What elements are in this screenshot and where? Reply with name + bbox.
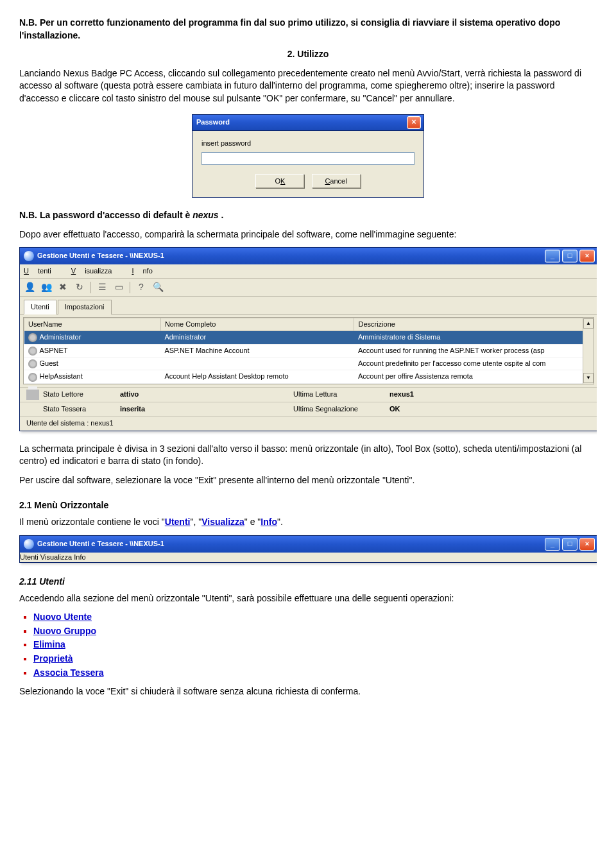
card-icon[interactable]: ▭ <box>113 282 124 293</box>
user-icon <box>28 333 37 342</box>
refresh-icon[interactable]: ↻ <box>74 282 85 293</box>
app-icon <box>24 251 34 261</box>
main-titlebar[interactable]: Gestione Utenti e Tessere - \\NEXUS-1 _ … <box>20 248 597 264</box>
scroll-down-icon[interactable]: ▼ <box>583 373 594 383</box>
section-2-11-heading: 2.11 Utenti <box>19 576 597 589</box>
dialog-title: Password <box>196 117 230 127</box>
menu-visualizza[interactable]: Visualizza <box>71 267 121 275</box>
link-info[interactable]: Info <box>261 517 277 527</box>
link-nuovo-gruppo[interactable]: Nuovo Gruppo <box>33 626 96 636</box>
help-icon[interactable]: ? <box>135 282 147 293</box>
operations-list: Nuovo Utente Nuovo Gruppo Elimina Propri… <box>19 611 597 679</box>
link-proprieta[interactable]: Proprietà <box>33 653 73 664</box>
note-restart: N.B. Per un corretto funzionamento del p… <box>19 17 597 42</box>
list-item: Proprietà <box>33 653 597 666</box>
table-row[interactable]: HelpAssistant Account Help Assistant Des… <box>24 370 594 383</box>
cancel-button[interactable]: Cancel <box>312 174 361 188</box>
link-elimina[interactable]: Elimina <box>33 639 65 649</box>
note-default-password: N.B. La password d'accesso di default è … <box>19 209 597 222</box>
list-item: Nuovo Gruppo <box>33 625 597 638</box>
link-visualizza[interactable]: Visualizza <box>201 517 244 527</box>
value-stato-tessera: inserita <box>120 404 216 414</box>
ok-button[interactable]: OK <box>255 174 304 188</box>
paragraph-exit-confirm: Selezionando la voce "Exit" si chiuderà … <box>19 685 597 698</box>
statusbar: Utente del sistema : nexus1 <box>20 416 597 430</box>
value-stato-lettore: attivo <box>120 390 216 400</box>
minimize-icon[interactable]: _ <box>545 250 560 262</box>
close-icon[interactable]: × <box>579 250 595 262</box>
menu-info[interactable]: Info <box>132 267 161 275</box>
maximize-icon[interactable]: □ <box>562 538 578 551</box>
maximize-icon[interactable]: □ <box>562 250 578 262</box>
close-icon[interactable]: × <box>579 538 595 551</box>
paragraph-menu: Il menù orizzontale contiene le voci "Ut… <box>19 516 597 529</box>
toolbar: 👤 👥 ✖ ↻ ☰ ▭ ? 🔍 <box>20 279 597 296</box>
minimize-icon[interactable]: _ <box>545 538 560 551</box>
link-associa-tessera[interactable]: Associa Tessera <box>33 667 103 678</box>
list-item: Associa Tessera <box>33 667 597 680</box>
properties-icon[interactable]: ☰ <box>96 282 108 293</box>
window-title: Gestione Utenti e Tessere - \\NEXUS-1 <box>37 539 164 549</box>
table-row[interactable]: Guest Account predefinito per l'accesso … <box>24 357 594 370</box>
paragraph-exit: Per uscire dal software, selezionare la … <box>19 474 597 487</box>
delete-icon[interactable]: ✖ <box>57 282 69 293</box>
section-2-heading: 2. Utilizzo <box>19 48 597 61</box>
scroll-up-icon[interactable]: ▲ <box>583 318 594 329</box>
menubar-window: Gestione Utenti e Tessere - \\NEXUS-1 _ … <box>19 535 597 563</box>
link-nuovo-utente[interactable]: Nuovo Utente <box>33 612 92 622</box>
menu-info[interactable]: Info <box>74 553 85 561</box>
value-ultima-segnalazione: OK <box>389 404 486 414</box>
dialog-titlebar[interactable]: Password × <box>193 115 424 131</box>
label-ultima-lettura: Ultima Lettura <box>293 390 389 400</box>
col-username[interactable]: UserName <box>24 318 161 331</box>
menu-utenti[interactable]: Utenti <box>20 553 38 561</box>
user-icon <box>28 373 37 382</box>
user-list: UserName Nome Completo Descrizione Admin… <box>23 317 594 384</box>
user-icon <box>28 347 37 356</box>
col-nome[interactable]: Nome Completo <box>160 318 354 331</box>
new-user-icon[interactable]: 👤 <box>24 282 35 293</box>
close-icon[interactable]: × <box>407 116 421 129</box>
link-utenti[interactable]: Utenti <box>165 517 191 527</box>
status-row-reader: Stato Lettore attivo Ultima Lettura nexu… <box>20 387 597 402</box>
menubar: Utenti Visualizza Info <box>20 264 597 279</box>
paragraph-utilizzo: Lanciando Nexus Badge PC Access, cliccan… <box>19 67 597 105</box>
paragraph-utenti-intro: Accedendo alla sezione del menù orizzont… <box>19 592 597 605</box>
table-row[interactable]: Administrator AdministratorAmministrator… <box>24 331 594 344</box>
list-item: Nuovo Utente <box>33 611 597 624</box>
scrollbar[interactable]: ▲ ▼ <box>583 318 594 384</box>
password-input[interactable] <box>201 152 415 165</box>
section-2-1-heading: 2.1 Menù Orizzontale <box>19 499 597 512</box>
find-icon[interactable]: 🔍 <box>152 282 164 293</box>
tab-impostazioni[interactable]: Impostazioni <box>58 300 112 314</box>
tab-utenti[interactable]: Utenti <box>24 300 56 314</box>
menu-visualizza[interactable]: Visualizza <box>40 553 72 561</box>
list-item: Elimina <box>33 639 597 651</box>
paragraph-after-login: Dopo aver effettuato l'accesso, comparir… <box>19 228 597 241</box>
password-dialog: Password × insert password OK Cancel <box>192 114 424 198</box>
window-title: Gestione Utenti e Tessere - \\NEXUS-1 <box>37 251 164 261</box>
reader-icon <box>26 390 39 400</box>
new-group-icon[interactable]: 👥 <box>40 282 52 293</box>
password-label: insert password <box>201 139 415 148</box>
col-descrizione[interactable]: Descrizione <box>354 318 594 331</box>
menubar: Utenti Visualizza Info <box>20 553 597 562</box>
menu-utenti[interactable]: Utenti <box>24 267 60 275</box>
label-ultima-segnalazione: Ultima Segnalazione <box>293 404 389 414</box>
value-ultima-lettura: nexus1 <box>389 390 486 400</box>
label-stato-tessera: Stato Tessera <box>43 404 120 414</box>
status-row-card: Stato Tessera inserita Ultima Segnalazio… <box>20 402 597 416</box>
app-icon <box>24 539 34 549</box>
main-window: Gestione Utenti e Tessere - \\NEXUS-1 _ … <box>19 247 597 431</box>
tab-strip: Utenti Impostazioni <box>20 296 597 314</box>
paragraph-sections: La schermata principale è divisa in 3 se… <box>19 443 597 468</box>
user-icon <box>28 359 37 368</box>
table-row[interactable]: ASPNET ASP.NET Machine AccountAccount us… <box>24 344 594 357</box>
label-stato-lettore: Stato Lettore <box>43 390 120 400</box>
